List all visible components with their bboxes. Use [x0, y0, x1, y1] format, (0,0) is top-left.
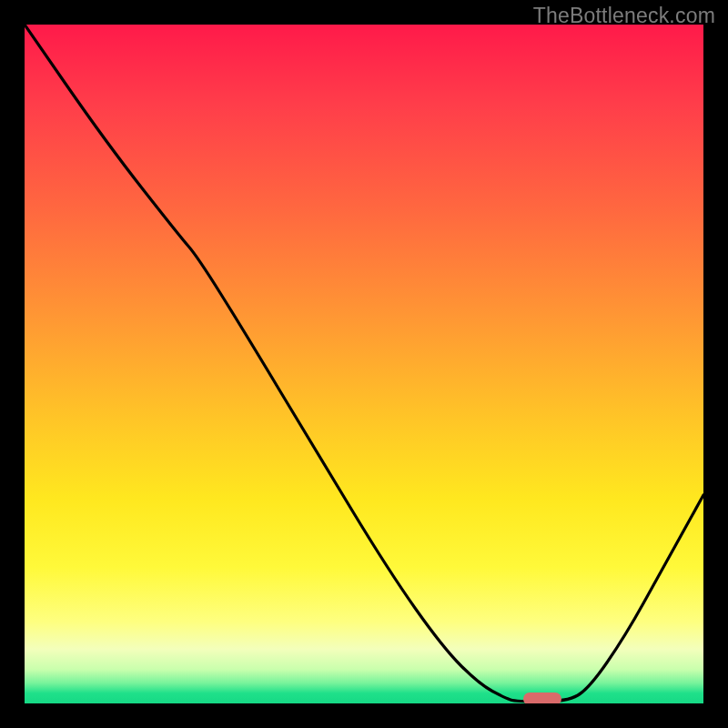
watermark-text: TheBottleneck.com	[533, 4, 715, 28]
chart-frame: TheBottleneck.com	[0, 0, 728, 728]
plot-area	[25, 25, 703, 703]
curve-path	[25, 25, 703, 702]
optimal-marker	[523, 693, 561, 703]
bottleneck-curve	[25, 25, 703, 703]
